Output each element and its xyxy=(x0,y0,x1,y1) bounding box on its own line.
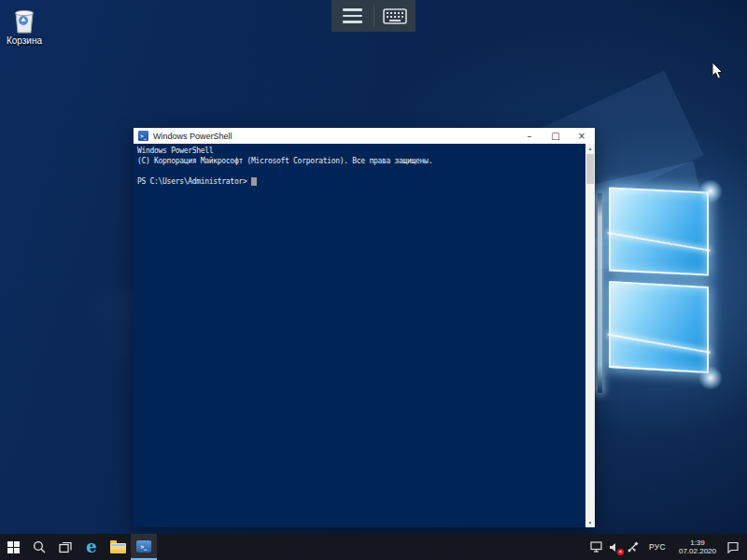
windows-logo-icon xyxy=(7,541,20,553)
clock[interactable]: 1:39 07.02.2020 xyxy=(672,534,723,560)
close-button[interactable]: × xyxy=(569,128,595,144)
network-icon xyxy=(590,541,602,553)
scrollbar-thumb[interactable] xyxy=(586,154,594,184)
usb-eject-tray-button[interactable] xyxy=(624,534,642,560)
window-title: Windows PowerShell xyxy=(153,132,233,141)
search-button[interactable] xyxy=(26,534,52,560)
console-line: Windows PowerShell xyxy=(137,146,591,156)
action-center-button[interactable] xyxy=(723,534,747,560)
scroll-down-icon[interactable]: ▼ xyxy=(588,518,593,527)
console-line-blank xyxy=(137,166,591,176)
logo-light-streak xyxy=(607,232,711,252)
clock-time: 1:39 xyxy=(679,539,716,547)
volume-tray-button[interactable]: × xyxy=(605,534,624,560)
prompt-text: PS C:\Users\Administrator> xyxy=(137,176,247,187)
console-line: (C) Корпорация Майкрософт (Microsoft Cor… xyxy=(137,156,591,166)
trash-can-icon xyxy=(12,7,36,34)
menu-button[interactable] xyxy=(331,0,374,32)
scrollbar[interactable]: ▲ ▼ xyxy=(585,144,595,527)
desktop: Корзина xyxy=(0,0,747,560)
console-toolbar xyxy=(331,0,416,32)
maximize-button[interactable]: □ xyxy=(543,128,569,144)
scroll-up-icon[interactable]: ▲ xyxy=(588,144,593,153)
file-explorer-button[interactable] xyxy=(105,534,131,560)
keyboard-button[interactable] xyxy=(374,0,416,32)
powershell-window: >_ Windows PowerShell – □ × Windows Powe… xyxy=(134,128,595,527)
windows-logo-edge xyxy=(598,193,602,393)
start-button[interactable] xyxy=(0,534,26,560)
search-icon xyxy=(33,540,46,553)
recycle-bin-label: Корзина xyxy=(4,35,45,46)
clock-date: 07.02.2020 xyxy=(679,547,716,555)
hamburger-icon xyxy=(343,8,362,23)
mute-badge: × xyxy=(617,549,624,555)
logo-glow-spot xyxy=(698,179,723,203)
taskbar: e >_ × xyxy=(0,534,747,560)
task-view-icon xyxy=(59,541,72,553)
usb-device-icon xyxy=(627,541,639,553)
powershell-taskbar-button[interactable]: >_ xyxy=(131,534,157,560)
windows-logo-pane-bottom xyxy=(609,281,709,373)
internet-explorer-icon: e xyxy=(86,539,96,555)
powershell-icon: >_ xyxy=(138,131,148,141)
windows-logo-pane-top xyxy=(609,187,709,275)
file-explorer-icon xyxy=(110,543,126,553)
language-indicator[interactable]: РУС xyxy=(642,534,672,560)
task-view-button[interactable] xyxy=(52,534,78,560)
console-output[interactable]: Windows PowerShell (C) Корпорация Майкро… xyxy=(134,144,595,527)
logo-glow-spot xyxy=(698,366,723,390)
recycle-bin-icon[interactable]: Корзина xyxy=(4,7,45,46)
minimize-button[interactable]: – xyxy=(516,128,543,144)
logo-light-streak xyxy=(607,333,711,354)
system-tray: × РУС 1:39 07.02.2020 xyxy=(586,534,747,560)
internet-explorer-button[interactable]: e xyxy=(78,534,105,560)
keyboard-icon xyxy=(383,8,407,24)
prompt-row: PS C:\Users\Administrator> xyxy=(137,176,591,187)
text-cursor xyxy=(251,177,257,186)
window-controls: – □ × xyxy=(516,128,595,144)
powershell-icon: >_ xyxy=(136,540,151,553)
action-center-icon xyxy=(726,541,740,553)
window-titlebar[interactable]: >_ Windows PowerShell – □ × xyxy=(134,128,595,144)
network-tray-button[interactable] xyxy=(586,534,605,560)
